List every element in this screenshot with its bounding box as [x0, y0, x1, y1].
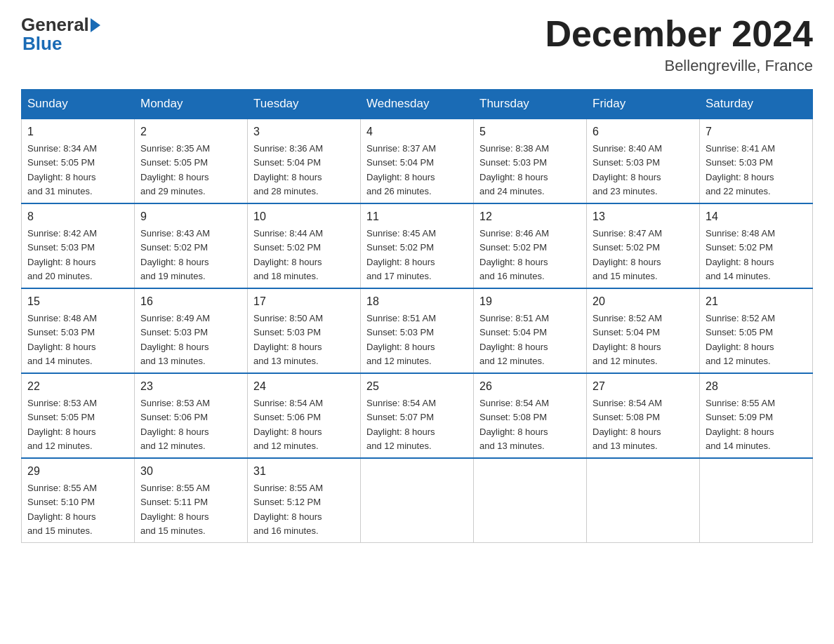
- day-number: 28: [706, 378, 807, 395]
- calendar-cell: [700, 458, 813, 543]
- calendar-cell: 10Sunrise: 8:44 AMSunset: 5:02 PMDayligh…: [248, 203, 361, 288]
- calendar-cell: 30Sunrise: 8:55 AMSunset: 5:11 PMDayligh…: [135, 458, 248, 543]
- day-number: 17: [253, 293, 355, 310]
- day-info: Sunrise: 8:52 AMSunset: 5:05 PMDaylight:…: [706, 313, 775, 366]
- day-number: 26: [479, 378, 581, 395]
- day-info: Sunrise: 8:44 AMSunset: 5:02 PMDaylight:…: [253, 228, 323, 281]
- day-info: Sunrise: 8:43 AMSunset: 5:02 PMDaylight:…: [140, 228, 210, 281]
- day-info: Sunrise: 8:41 AMSunset: 5:03 PMDaylight:…: [706, 143, 775, 196]
- day-info: Sunrise: 8:37 AMSunset: 5:04 PMDaylight:…: [366, 143, 436, 196]
- calendar-cell: 26Sunrise: 8:54 AMSunset: 5:08 PMDayligh…: [474, 373, 587, 458]
- day-info: Sunrise: 8:52 AMSunset: 5:04 PMDaylight:…: [593, 313, 662, 366]
- day-info: Sunrise: 8:55 AMSunset: 5:11 PMDaylight:…: [140, 483, 210, 536]
- calendar-cell: [361, 458, 474, 543]
- day-number: 2: [140, 123, 241, 140]
- logo-arrow-icon: [91, 18, 100, 32]
- calendar-cell: 6Sunrise: 8:40 AMSunset: 5:03 PMDaylight…: [587, 119, 700, 203]
- day-number: 25: [366, 378, 468, 395]
- calendar-cell: 21Sunrise: 8:52 AMSunset: 5:05 PMDayligh…: [700, 288, 813, 373]
- day-number: 3: [253, 123, 355, 140]
- day-number: 31: [253, 463, 355, 480]
- week-row-5: 29Sunrise: 8:55 AMSunset: 5:10 PMDayligh…: [22, 458, 813, 543]
- day-number: 1: [27, 123, 128, 140]
- day-info: Sunrise: 8:38 AMSunset: 5:03 PMDaylight:…: [479, 143, 549, 196]
- calendar-cell: 7Sunrise: 8:41 AMSunset: 5:03 PMDaylight…: [700, 119, 813, 203]
- calendar-cell: 8Sunrise: 8:42 AMSunset: 5:03 PMDaylight…: [22, 203, 135, 288]
- day-info: Sunrise: 8:34 AMSunset: 5:05 PMDaylight:…: [27, 143, 97, 196]
- calendar-cell: 20Sunrise: 8:52 AMSunset: 5:04 PMDayligh…: [587, 288, 700, 373]
- day-number: 8: [27, 208, 128, 225]
- calendar-cell: 9Sunrise: 8:43 AMSunset: 5:02 PMDaylight…: [135, 203, 248, 288]
- header-friday: Friday: [587, 90, 700, 119]
- day-number: 20: [593, 293, 694, 310]
- day-number: 23: [140, 378, 241, 395]
- header-sunday: Sunday: [22, 90, 135, 119]
- day-number: 27: [593, 378, 694, 395]
- calendar-cell: 17Sunrise: 8:50 AMSunset: 5:03 PMDayligh…: [248, 288, 361, 373]
- calendar-cell: 29Sunrise: 8:55 AMSunset: 5:10 PMDayligh…: [22, 458, 135, 543]
- calendar-cell: 11Sunrise: 8:45 AMSunset: 5:02 PMDayligh…: [361, 203, 474, 288]
- calendar-cell: 27Sunrise: 8:54 AMSunset: 5:08 PMDayligh…: [587, 373, 700, 458]
- calendar-cell: [587, 458, 700, 543]
- calendar-cell: 18Sunrise: 8:51 AMSunset: 5:03 PMDayligh…: [361, 288, 474, 373]
- day-info: Sunrise: 8:48 AMSunset: 5:02 PMDaylight:…: [706, 228, 775, 281]
- header-row: SundayMondayTuesdayWednesdayThursdayFrid…: [22, 90, 813, 119]
- day-number: 10: [253, 208, 355, 225]
- day-info: Sunrise: 8:51 AMSunset: 5:04 PMDaylight:…: [479, 313, 549, 366]
- header-saturday: Saturday: [700, 90, 813, 119]
- day-info: Sunrise: 8:46 AMSunset: 5:02 PMDaylight:…: [479, 228, 549, 281]
- calendar-table: SundayMondayTuesdayWednesdayThursdayFrid…: [21, 89, 813, 543]
- week-row-4: 22Sunrise: 8:53 AMSunset: 5:05 PMDayligh…: [22, 373, 813, 458]
- day-number: 22: [27, 378, 128, 395]
- day-info: Sunrise: 8:54 AMSunset: 5:08 PMDaylight:…: [593, 398, 662, 451]
- calendar-cell: 19Sunrise: 8:51 AMSunset: 5:04 PMDayligh…: [474, 288, 587, 373]
- day-info: Sunrise: 8:55 AMSunset: 5:09 PMDaylight:…: [706, 398, 775, 451]
- week-row-3: 15Sunrise: 8:48 AMSunset: 5:03 PMDayligh…: [22, 288, 813, 373]
- calendar-cell: 16Sunrise: 8:49 AMSunset: 5:03 PMDayligh…: [135, 288, 248, 373]
- header-tuesday: Tuesday: [248, 90, 361, 119]
- day-number: 12: [479, 208, 581, 225]
- day-number: 15: [27, 293, 128, 310]
- calendar-cell: 3Sunrise: 8:36 AMSunset: 5:04 PMDaylight…: [248, 119, 361, 203]
- day-number: 30: [140, 463, 241, 480]
- calendar-cell: [474, 458, 587, 543]
- day-info: Sunrise: 8:35 AMSunset: 5:05 PMDaylight:…: [140, 143, 210, 196]
- day-number: 18: [366, 293, 468, 310]
- day-number: 14: [706, 208, 807, 225]
- calendar-cell: 25Sunrise: 8:54 AMSunset: 5:07 PMDayligh…: [361, 373, 474, 458]
- day-number: 29: [27, 463, 128, 480]
- day-number: 16: [140, 293, 241, 310]
- day-number: 4: [366, 123, 468, 140]
- day-number: 7: [706, 123, 807, 140]
- header-thursday: Thursday: [474, 90, 587, 119]
- day-info: Sunrise: 8:53 AMSunset: 5:06 PMDaylight:…: [140, 398, 210, 451]
- month-title: December 2024: [545, 14, 813, 54]
- day-info: Sunrise: 8:50 AMSunset: 5:03 PMDaylight:…: [253, 313, 323, 366]
- day-info: Sunrise: 8:54 AMSunset: 5:08 PMDaylight:…: [479, 398, 549, 451]
- day-number: 6: [593, 123, 694, 140]
- day-info: Sunrise: 8:42 AMSunset: 5:03 PMDaylight:…: [27, 228, 97, 281]
- day-info: Sunrise: 8:55 AMSunset: 5:10 PMDaylight:…: [27, 483, 97, 536]
- day-info: Sunrise: 8:36 AMSunset: 5:04 PMDaylight:…: [253, 143, 323, 196]
- calendar-cell: 15Sunrise: 8:48 AMSunset: 5:03 PMDayligh…: [22, 288, 135, 373]
- calendar-cell: 14Sunrise: 8:48 AMSunset: 5:02 PMDayligh…: [700, 203, 813, 288]
- day-info: Sunrise: 8:49 AMSunset: 5:03 PMDaylight:…: [140, 313, 210, 366]
- day-info: Sunrise: 8:51 AMSunset: 5:03 PMDaylight:…: [366, 313, 436, 366]
- day-number: 13: [593, 208, 694, 225]
- day-number: 21: [706, 293, 807, 310]
- day-number: 24: [253, 378, 355, 395]
- calendar-cell: 5Sunrise: 8:38 AMSunset: 5:03 PMDaylight…: [474, 119, 587, 203]
- header-monday: Monday: [135, 90, 248, 119]
- day-info: Sunrise: 8:47 AMSunset: 5:02 PMDaylight:…: [593, 228, 662, 281]
- calendar-body: 1Sunrise: 8:34 AMSunset: 5:05 PMDaylight…: [22, 119, 813, 543]
- calendar-cell: 1Sunrise: 8:34 AMSunset: 5:05 PMDaylight…: [22, 119, 135, 203]
- calendar-cell: 24Sunrise: 8:54 AMSunset: 5:06 PMDayligh…: [248, 373, 361, 458]
- calendar-cell: 4Sunrise: 8:37 AMSunset: 5:04 PMDaylight…: [361, 119, 474, 203]
- calendar-header: SundayMondayTuesdayWednesdayThursdayFrid…: [22, 90, 813, 119]
- day-info: Sunrise: 8:54 AMSunset: 5:07 PMDaylight:…: [366, 398, 436, 451]
- calendar-cell: 2Sunrise: 8:35 AMSunset: 5:05 PMDaylight…: [135, 119, 248, 203]
- day-number: 9: [140, 208, 241, 225]
- header-wednesday: Wednesday: [361, 90, 474, 119]
- day-info: Sunrise: 8:53 AMSunset: 5:05 PMDaylight:…: [27, 398, 97, 451]
- calendar-cell: 23Sunrise: 8:53 AMSunset: 5:06 PMDayligh…: [135, 373, 248, 458]
